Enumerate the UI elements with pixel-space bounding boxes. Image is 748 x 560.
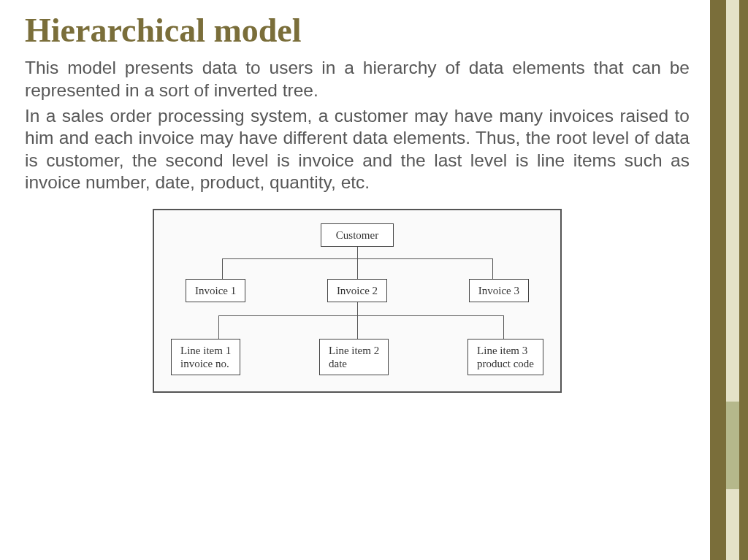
node-customer: Customer: [321, 223, 394, 247]
node-invoice-2: Invoice 2: [327, 279, 387, 302]
node-invoice-3: Invoice 3: [469, 279, 529, 302]
slide: Hierarchical model This model presents d…: [0, 0, 748, 560]
node-lineitem-2: Line item 2 date: [319, 339, 389, 375]
diagram-row-root: Customer: [169, 223, 546, 247]
diagram-container: Customer Invoice 1 Invoice 2 Invoice 3: [153, 209, 562, 393]
slide-title: Hierarchical model: [25, 13, 690, 48]
connector-invoice-to-items: [189, 302, 525, 339]
paragraph-2: In a sales order processing system, a cu…: [25, 105, 690, 195]
content-area: Hierarchical model This model presents d…: [25, 13, 690, 393]
diagram-row-lineitems: Line item 1 invoice no. Line item 2 date…: [171, 339, 543, 375]
paragraph-1: This model presents data to users in a h…: [25, 57, 690, 101]
node-lineitem-3: Line item 3 product code: [468, 339, 543, 375]
diagram-frame: Customer Invoice 1 Invoice 2 Invoice 3: [153, 209, 562, 393]
node-lineitem-1: Line item 1 invoice no.: [171, 339, 240, 375]
connector-root-to-invoices: [200, 247, 514, 279]
sidebar-stripe-accent: [726, 402, 739, 489]
diagram-row-invoices: Invoice 1 Invoice 2 Invoice 3: [186, 279, 529, 302]
node-invoice-1: Invoice 1: [186, 279, 245, 302]
